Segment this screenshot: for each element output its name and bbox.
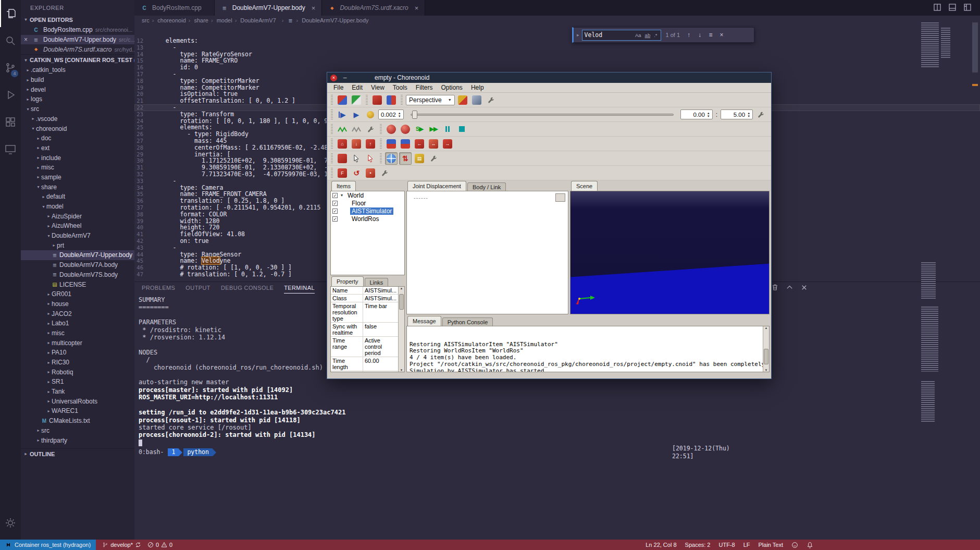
- sync-icon[interactable]: [135, 542, 141, 548]
- tree-item[interactable]: M CMakeLists.txt: [21, 416, 134, 426]
- start-simulation-icon[interactable]: S▶: [413, 123, 426, 136]
- property-row[interactable]: Class AISTSimul...: [331, 295, 398, 302]
- open-editors-header[interactable]: ▾ OPEN EDITORS: [21, 14, 134, 25]
- previous-match-icon[interactable]: ↑: [685, 31, 693, 39]
- search-icon[interactable]: [0, 27, 21, 54]
- scroll-up-icon[interactable]: ▲: [765, 326, 768, 329]
- inverse-kinematics-icon[interactable]: ↺: [350, 167, 363, 179]
- time-slider-handle[interactable]: [412, 111, 417, 119]
- source-control-icon[interactable]: 4: [0, 54, 21, 81]
- minimap[interactable]: [920, 22, 970, 443]
- trash-icon[interactable]: [771, 284, 779, 291]
- menu-item[interactable]: Edit: [348, 84, 367, 91]
- floor-grid-icon[interactable]: ▤: [413, 152, 426, 165]
- item-checkbox[interactable]: ✓: [332, 216, 338, 222]
- scene-tab[interactable]: Scene: [571, 181, 598, 191]
- message-view[interactable]: Restoring AISTSimulatorItem "AISTSimulat…: [406, 326, 770, 372]
- git-branch-indicator[interactable]: develop*: [102, 542, 141, 548]
- tree-item[interactable]: ▸ AizuSpider: [21, 211, 134, 221]
- tree-item[interactable]: ▸ doc: [21, 133, 134, 143]
- tree-item[interactable]: ▸ include: [21, 153, 134, 163]
- scroll-up-icon[interactable]: ▲: [400, 287, 403, 290]
- joint-panel-tab[interactable]: Body / Link: [467, 182, 506, 191]
- outline-header[interactable]: ▸ OUTLINE: [21, 448, 134, 459]
- explorer-icon[interactable]: [0, 0, 21, 27]
- scene-viewport[interactable]: [570, 191, 770, 314]
- breadcrumb-item[interactable]: src: [142, 17, 150, 23]
- menu-item[interactable]: File: [329, 84, 348, 91]
- tree-item[interactable]: ▸ Tank: [21, 387, 134, 397]
- tree-item[interactable]: ▸ SR1: [21, 377, 134, 387]
- tree-item[interactable]: ▸ misc: [21, 163, 134, 173]
- tree-item[interactable]: ▸ PA10: [21, 348, 134, 358]
- save-project-icon[interactable]: [350, 94, 363, 106]
- pin-drag-icon[interactable]: •: [364, 167, 377, 179]
- close-icon[interactable]: ×: [415, 4, 419, 12]
- item-checkbox[interactable]: ✓: [332, 209, 338, 214]
- toolbar-handle[interactable]: [331, 139, 333, 149]
- item-tree-row[interactable]: ✓ AISTSimulator: [331, 207, 404, 215]
- search-input[interactable]: Velod Aa ab .*: [582, 30, 661, 41]
- tree-item[interactable]: ≣ DoubleArmV7-Upper.body: [21, 250, 134, 260]
- status-item[interactable]: UTF-8: [718, 542, 735, 548]
- problems-indicator[interactable]: 0 0: [147, 542, 172, 548]
- extensions-icon[interactable]: [0, 108, 21, 136]
- panel-tab[interactable]: OUTPUT: [185, 282, 210, 294]
- workspace-header[interactable]: ▾ CATKIN_WS [CONTAINER ROS_TEST (HYD...: [21, 54, 134, 65]
- toolbar-handle[interactable]: [366, 95, 368, 105]
- property-row[interactable]: Time range Active control period: [331, 337, 398, 357]
- time-slider[interactable]: [411, 114, 674, 116]
- breadcrumb-item[interactable]: DoubleArmV7: [235, 17, 276, 23]
- menu-item[interactable]: Filters: [412, 84, 437, 91]
- toolbar-handle[interactable]: [331, 153, 333, 164]
- panel-tab[interactable]: PROBLEMS: [142, 282, 175, 294]
- scrollbar-thumb[interactable]: [764, 349, 768, 364]
- item-tree-row[interactable]: ✓ Floor: [331, 199, 404, 207]
- restart-simulation-icon[interactable]: ▶▶: [427, 123, 440, 136]
- self-collision-icon[interactable]: [399, 123, 412, 136]
- scroll-down-icon[interactable]: ▼: [400, 369, 403, 372]
- notifications-bell-icon[interactable]: [807, 542, 813, 548]
- move-view-icon[interactable]: [385, 94, 398, 106]
- graph-line-icon[interactable]: [336, 123, 349, 136]
- property-table[interactable]: Name AISTSimul... Class AISTSimul... Tem…: [330, 286, 405, 372]
- tree-item[interactable]: ▸ JACO2: [21, 309, 134, 319]
- body-center-icon[interactable]: ↔: [427, 138, 440, 150]
- choreonoid-title-bar[interactable]: × – empty - Choreonoid: [327, 72, 771, 83]
- perspective-select[interactable]: Perspective ▼: [406, 95, 455, 105]
- stop-simulation-icon[interactable]: [455, 123, 468, 136]
- joint-displacement-view[interactable]: ------: [406, 191, 568, 314]
- tree-item[interactable]: ▸ .catkin_tools: [21, 65, 134, 75]
- open-editor-item[interactable]: ◆ DoubleArm7S.urdf.xacro src/hyd...: [21, 44, 134, 54]
- status-item[interactable]: Spaces: 2: [685, 542, 711, 548]
- property-tab[interactable]: Links: [365, 278, 389, 286]
- forward-kinematics-icon[interactable]: F: [336, 167, 349, 179]
- joint-spin-box[interactable]: [555, 193, 565, 202]
- tree-item[interactable]: ▾ src: [21, 104, 134, 114]
- item-tree-view[interactable]: ✓ ▾ World ✓ Floor ✓: [330, 191, 405, 275]
- tree-item[interactable]: ▸ multicopter: [21, 338, 134, 348]
- toolbar-handle[interactable]: [380, 139, 382, 149]
- open-editor-item[interactable]: C BodyRosItem.cpp src/choreonoi...: [21, 25, 134, 35]
- tree-item[interactable]: ▸ UniversalRobots: [21, 396, 134, 406]
- message-tab[interactable]: Message: [407, 316, 441, 326]
- time-range-start-spinbox[interactable]: 0.00 ▲▼: [680, 109, 713, 119]
- next-match-icon[interactable]: ↓: [696, 31, 704, 39]
- tree-item[interactable]: ▾ DoubleArmV7: [21, 231, 134, 241]
- spin-arrows-icon[interactable]: ▲▼: [398, 112, 401, 118]
- graph-line-off-icon[interactable]: [350, 123, 363, 136]
- scroll-down-icon[interactable]: ▼: [765, 369, 768, 372]
- item-checkbox[interactable]: ✓: [332, 193, 338, 198]
- panel-tab[interactable]: TERMINAL: [284, 282, 315, 294]
- tree-item[interactable]: ▸ devel: [21, 84, 134, 94]
- close-icon[interactable]: ×: [717, 31, 726, 39]
- tree-item[interactable]: ▸ ext: [21, 143, 134, 153]
- joint-panel-tab[interactable]: Joint Displacement: [407, 181, 466, 191]
- kinematics-config-icon[interactable]: [378, 167, 391, 179]
- fit-view-icon[interactable]: [385, 152, 398, 165]
- play-animation-icon[interactable]: ▶: [350, 108, 363, 121]
- tree-item[interactable]: ▸ src: [21, 426, 134, 436]
- editor-tab[interactable]: ◆ DoubleArm7S.urdf.xacro ×: [322, 0, 425, 16]
- collision-detection-icon[interactable]: [385, 123, 398, 136]
- toggle-replace-icon[interactable]: ▸: [577, 32, 579, 38]
